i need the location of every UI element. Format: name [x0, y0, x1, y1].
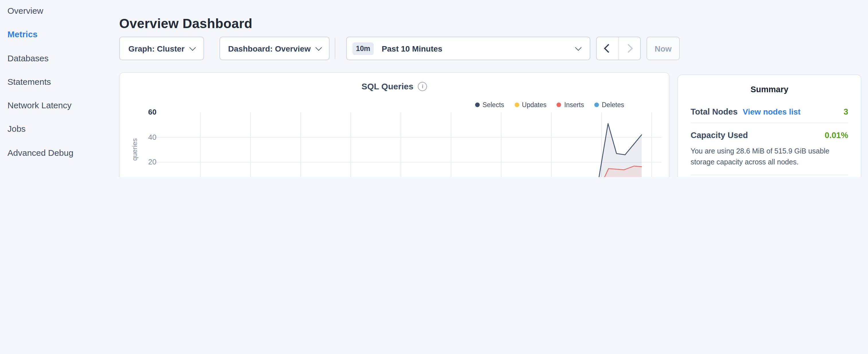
view-nodes-list-link[interactable]: View nodes list	[743, 107, 801, 116]
series-fill	[163, 123, 642, 177]
chevron-right-icon	[624, 44, 633, 53]
time-range-label: Past 10 Minutes	[382, 44, 442, 53]
sidebar-item-advanced-debug[interactable]: Advanced Debug	[7, 147, 73, 159]
time-range-badge: 10m	[352, 42, 374, 55]
graph-scope-dropdown[interactable]: Graph: Cluster	[119, 37, 204, 60]
chevron-down-icon	[189, 44, 196, 51]
sql-queries-chart-card: SQL Queries i SelectsUpdatesInsertsDelet…	[119, 72, 670, 177]
series-fill	[163, 166, 642, 177]
sidebar-item-jobs[interactable]: Jobs	[7, 123, 73, 135]
sql-queries-chart[interactable]	[120, 73, 670, 177]
chevron-down-icon	[575, 44, 582, 51]
controls-divider	[335, 38, 335, 59]
summary-value: 0.01%	[825, 131, 848, 140]
chevron-left-icon	[604, 44, 613, 53]
series-line	[163, 166, 642, 177]
y-axis-unit-label: queries	[131, 138, 139, 161]
sidebar-item-metrics[interactable]: Metrics	[7, 29, 73, 40]
summary-description: You are using 28.6 MiB of 515.9 GiB usab…	[691, 146, 848, 174]
summary-panel: Summary Total Nodes View nodes list 3 Ca…	[677, 74, 861, 177]
next-time-button[interactable]	[618, 37, 640, 60]
summary-row-capacity-used: Capacity Used 0.01% You are using 28.6 M…	[691, 123, 848, 175]
db-console-page: Overview Metrics Databases Statements Ne…	[0, 0, 868, 177]
time-pager	[596, 37, 641, 60]
summary-label: Capacity Used	[691, 131, 748, 140]
summary-row-total-nodes: Total Nodes View nodes list 3	[691, 100, 848, 123]
summary-title: Summary	[691, 85, 848, 94]
chevron-down-icon	[315, 44, 322, 51]
summary-label: Total Nodes	[691, 107, 738, 116]
dashboard-label: Dashboard: Overview	[228, 44, 311, 53]
sidebar-item-databases[interactable]: Databases	[7, 53, 73, 64]
y-tick-label: 60	[130, 108, 156, 117]
now-button[interactable]: Now	[647, 37, 680, 60]
summary-row-unavailable-ranges: Unavailable ranges 0	[691, 175, 848, 177]
page-title: Overview Dashboard	[119, 16, 252, 32]
graph-scope-label: Graph: Cluster	[128, 44, 185, 53]
series-line	[163, 123, 642, 177]
sidebar-item-statements[interactable]: Statements	[7, 76, 73, 88]
sidebar-item-network-latency[interactable]: Network Latency	[7, 100, 73, 111]
sidebar-nav: Overview Metrics Databases Statements Ne…	[7, 5, 73, 159]
summary-value: 3	[844, 107, 848, 116]
sidebar-item-overview[interactable]: Overview	[7, 5, 73, 17]
prev-time-button[interactable]	[597, 37, 618, 60]
time-range-dropdown[interactable]: 10m Past 10 Minutes	[346, 37, 590, 60]
dashboard-dropdown[interactable]: Dashboard: Overview	[219, 37, 330, 60]
